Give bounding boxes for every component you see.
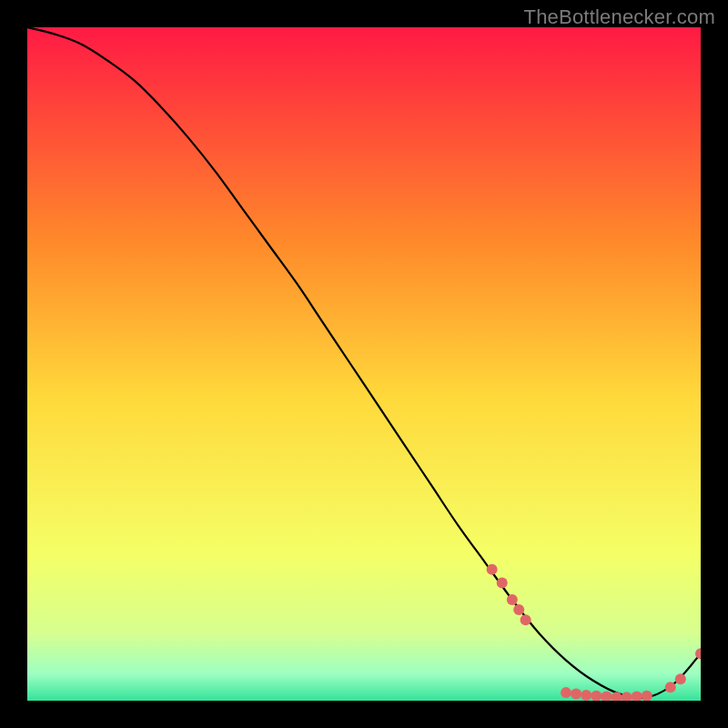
data-marker [571, 689, 581, 700]
chart-svg [27, 27, 701, 701]
data-marker [497, 578, 508, 589]
data-marker [507, 594, 518, 605]
data-marker [487, 564, 498, 575]
chart-frame: TheBottlenecker.com [0, 0, 728, 728]
data-marker [675, 673, 686, 684]
data-marker [513, 604, 524, 615]
data-marker [581, 690, 592, 701]
data-marker [521, 614, 531, 625]
watermark-text: TheBottlenecker.com [524, 5, 715, 29]
data-marker [561, 687, 571, 698]
gradient-background [27, 27, 701, 701]
plot-area [27, 27, 701, 701]
data-marker [665, 682, 676, 693]
